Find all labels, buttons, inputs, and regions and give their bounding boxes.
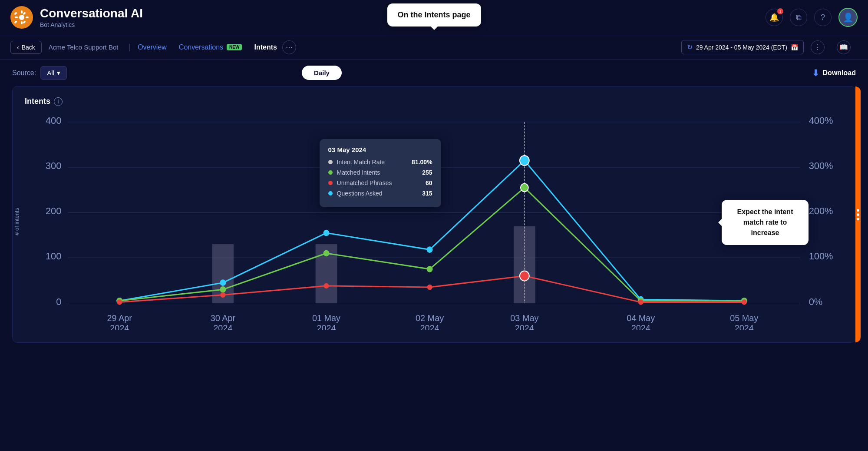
svg-text:04 May: 04 May [627,313,655,323]
date-range-text: 29 Apr 2024 - 05 May 2024 (EDT) [696,44,787,51]
svg-point-53 [427,266,433,272]
calendar-icon: 📅 [791,44,798,51]
chart-area: # of intents 0 100 200 300 400 0% 100% 2… [25,113,843,330]
notification-badge: 1 [777,8,783,14]
svg-text:0: 0 [56,296,61,307]
breadcrumb: Acme Telco Support Bot [49,43,119,51]
layers-icon: ⧉ [796,13,802,22]
svg-point-61 [520,271,529,281]
svg-text:200: 200 [46,206,61,217]
questions-dot [328,191,333,196]
svg-text:400%: 400% [809,115,833,126]
download-button[interactable]: ⬇ Download [812,68,856,78]
svg-point-45 [323,230,330,236]
svg-text:200%: 200% [809,206,833,217]
matched-dot [328,170,333,175]
svg-text:05 May: 05 May [730,313,759,323]
nav-right-icons: ⋮ 📖 [811,40,858,54]
ellipsis-icon: ⋯ [286,43,293,51]
svg-point-47 [520,156,529,166]
svg-point-52 [323,250,330,257]
header-tooltip-bubble: On the Intents page [387,3,481,27]
refresh-icon: ↻ [687,43,693,51]
svg-point-59 [324,283,329,289]
tab-overview[interactable]: Overview [138,43,167,51]
svg-text:29 Apr: 29 Apr [107,313,132,323]
source-dropdown[interactable]: All ▾ [40,66,67,80]
chevron-left-icon: ‹ [17,44,19,51]
svg-text:2024: 2024 [735,323,754,330]
svg-text:2024: 2024 [420,323,439,330]
download-icon: ⬇ [812,68,819,78]
source-label: Source: [12,69,36,77]
svg-text:01 May: 01 May [312,313,341,323]
notifications-button[interactable]: 🔔 1 [766,9,783,26]
nav-divider: | [129,43,131,52]
tooltip-row-questions: Questions Asked 315 [328,190,432,197]
back-button[interactable]: ‹ Back [10,41,42,54]
svg-point-63 [742,299,747,305]
svg-point-57 [117,299,122,305]
chevron-down-icon: ▾ [57,69,60,77]
svg-point-51 [220,286,226,293]
more-options-button[interactable]: ⋮ [811,40,825,54]
chart-header: Intents i [25,97,843,106]
svg-point-54 [521,184,528,192]
svg-text:30 Apr: 30 Apr [211,313,236,323]
svg-text:300: 300 [46,160,61,172]
side-panel [855,86,861,342]
svg-rect-5 [26,17,29,18]
svg-text:0%: 0% [809,296,823,307]
svg-text:02 May: 02 May [416,313,444,323]
header: Conversational AI Bot Analytics On the I… [0,0,868,35]
svg-point-1 [19,15,24,20]
svg-text:300%: 300% [809,160,833,172]
book-icon: 📖 [839,43,848,51]
question-icon: ? [821,13,825,22]
unmatched-dot [328,181,333,185]
svg-text:03 May: 03 May [510,313,539,323]
chart-title: Intents [25,97,50,106]
tooltip-date: 03 May 2024 [328,146,432,153]
info-icon[interactable]: i [54,97,63,106]
date-range-picker[interactable]: ↻ 29 Apr 2024 - 05 May 2024 (EDT) 📅 [681,40,804,54]
svg-text:100: 100 [46,251,61,262]
y-axis-label: # of intents [13,208,20,235]
svg-text:100%: 100% [809,251,833,262]
svg-point-62 [638,299,644,305]
navbar: ‹ Back Acme Telco Support Bot | Overview… [0,35,868,60]
svg-rect-2 [21,10,23,13]
avatar[interactable]: 👤 [838,8,858,27]
layers-button[interactable]: ⧉ [790,9,807,26]
tooltip-row-unmatched: Unmatched Phrases 60 [328,179,432,186]
svg-text:2024: 2024 [213,323,232,330]
header-right: 🔔 1 ⧉ ? 👤 [766,8,858,27]
svg-point-58 [220,292,225,298]
app-logo [10,6,33,29]
svg-point-60 [427,285,432,290]
svg-text:2024: 2024 [631,323,650,330]
data-tooltip: 03 May 2024 Intent Match Rate 81.00% Mat… [320,139,441,207]
svg-rect-4 [15,17,18,18]
svg-point-46 [427,246,433,253]
new-badge: NEW [227,44,242,50]
svg-text:2024: 2024 [317,323,336,330]
tab-more-button[interactable]: ⋯ [282,40,296,54]
bell-icon: 🔔 [769,13,779,22]
svg-text:400: 400 [46,115,61,126]
tooltip-row-match-rate: Intent Match Rate 81.00% [328,159,432,166]
svg-point-44 [220,279,226,286]
svg-rect-3 [21,21,23,24]
user-icon: 👤 [843,12,854,23]
side-dot [857,218,859,220]
tab-conversations[interactable]: Conversations NEW [179,43,242,51]
period-toggle[interactable]: Daily [302,66,342,80]
book-button[interactable]: 📖 [837,40,851,54]
help-button[interactable]: ? [814,9,832,26]
match-rate-dot [328,160,333,164]
tab-intents[interactable]: Intents [254,43,277,51]
source-value: All [47,69,54,76]
controls-bar: Source: All ▾ Daily ⬇ Download [0,60,868,86]
svg-text:2024: 2024 [110,323,129,330]
side-dot [857,209,859,212]
